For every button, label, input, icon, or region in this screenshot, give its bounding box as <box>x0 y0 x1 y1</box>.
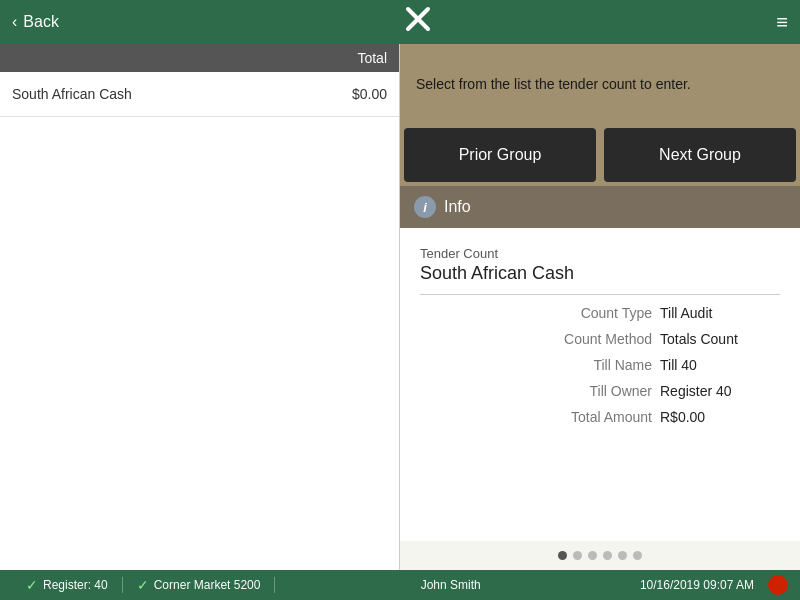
footer-alert-icon[interactable] <box>768 575 788 595</box>
item-name: South African Cash <box>12 86 132 102</box>
detail-value-0: Till Audit <box>660 305 780 321</box>
group-button-row: Prior Group Next Group <box>400 124 800 186</box>
detail-row-3: Till Owner Register 40 <box>420 383 780 399</box>
instruction-box: Select from the list the tender count to… <box>400 44 800 124</box>
left-panel-header: Total <box>0 44 399 72</box>
store-label: Corner Market 5200 <box>154 578 261 592</box>
detail-label-1: Count Method <box>532 331 652 347</box>
footer-datetime: 10/16/2019 09:07 AM <box>626 578 768 592</box>
dot-2[interactable] <box>588 551 597 560</box>
footer-username: John Smith <box>275 578 625 592</box>
detail-row-2: Till Name Till 40 <box>420 357 780 373</box>
detail-value-1: Totals Count <box>660 331 780 347</box>
back-label: Back <box>23 13 59 31</box>
app-logo <box>404 5 432 39</box>
item-amount: $0.00 <box>352 86 387 102</box>
info-label: Info <box>444 198 471 216</box>
dot-0[interactable] <box>558 551 567 560</box>
register-check-icon: ✓ <box>26 577 38 593</box>
app-footer: ✓ Register: 40 ✓ Corner Market 5200 John… <box>0 570 800 600</box>
next-group-button[interactable]: Next Group <box>604 128 796 182</box>
detail-row-4: Total Amount R$0.00 <box>420 409 780 425</box>
store-check-icon: ✓ <box>137 577 149 593</box>
detail-value-2: Till 40 <box>660 357 780 373</box>
menu-icon[interactable]: ≡ <box>776 11 788 34</box>
detail-label-0: Count Type <box>532 305 652 321</box>
detail-area: Tender Count South African Cash Count Ty… <box>400 228 800 541</box>
dot-1[interactable] <box>573 551 582 560</box>
prior-group-button[interactable]: Prior Group <box>404 128 596 182</box>
dot-5[interactable] <box>633 551 642 560</box>
register-label: Register: 40 <box>43 578 108 592</box>
detail-row-0: Count Type Till Audit <box>420 305 780 321</box>
detail-label-2: Till Name <box>532 357 652 373</box>
detail-name: South African Cash <box>420 263 780 295</box>
info-icon: i <box>414 196 436 218</box>
right-panel: Select from the list the tender count to… <box>400 44 800 570</box>
instruction-text: Select from the list the tender count to… <box>416 76 691 92</box>
footer-register: ✓ Register: 40 <box>12 577 123 593</box>
left-panel: Total South African Cash $0.00 <box>0 44 400 570</box>
detail-title: Tender Count <box>420 246 780 261</box>
detail-value-3: Register 40 <box>660 383 780 399</box>
app-header: ‹ Back ≡ <box>0 0 800 44</box>
detail-value-4: R$0.00 <box>660 409 780 425</box>
footer-store: ✓ Corner Market 5200 <box>123 577 276 593</box>
detail-label-4: Total Amount <box>532 409 652 425</box>
main-content: Total South African Cash $0.00 Select fr… <box>0 44 800 570</box>
dot-3[interactable] <box>603 551 612 560</box>
total-label: Total <box>357 50 387 66</box>
dot-4[interactable] <box>618 551 627 560</box>
list-item[interactable]: South African Cash $0.00 <box>0 72 399 117</box>
detail-label-3: Till Owner <box>532 383 652 399</box>
x-logo-icon <box>404 5 432 33</box>
pagination-dots <box>400 541 800 570</box>
info-section: i Info <box>400 186 800 228</box>
back-chevron-icon: ‹ <box>12 13 17 31</box>
back-button[interactable]: ‹ Back <box>12 13 59 31</box>
detail-row-1: Count Method Totals Count <box>420 331 780 347</box>
